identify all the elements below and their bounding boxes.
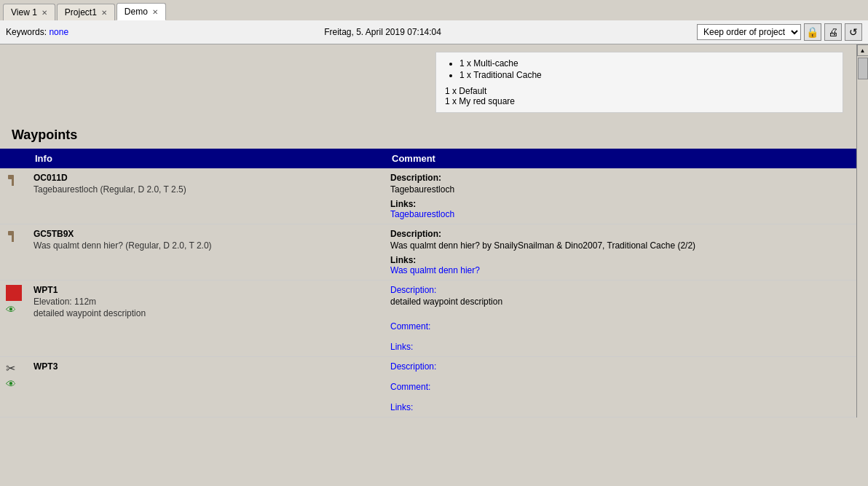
waypoints-heading: Waypoints [0,120,856,149]
tools-icon: ✂ [6,361,22,375]
summary-box: 1 x Multi-cache 1 x Traditional Cache 1 … [435,52,843,113]
row2-code: GC5TB9X [33,229,379,239]
svg-rect-3 [12,235,14,242]
tab-view1[interactable]: View 1 ✕ [3,4,55,20]
row1-links-label: Links: [390,199,851,209]
tab-demo-label: Demo [125,7,148,17]
shovel-icon [6,173,22,189]
row4-comment-cell: Description: Comment: Links: [384,357,856,418]
table-header-row: Info Comment [0,149,856,168]
row4-icon-cell: ✂ 👁 [0,357,28,418]
lock-button[interactable]: 🔒 [804,23,821,41]
row2-comment-text: Was qualmt denn hier? by SnailySnailman … [390,240,851,251]
toolbar-keywords: Keywords: none [6,27,68,37]
table-row: GC5TB9X Was qualmt denn hier? (Regular, … [0,224,856,281]
row1-comment-label: Description: [390,173,851,183]
tabs-bar: View 1 ✕ Project1 ✕ Demo ✕ [0,0,868,20]
row1-comment-cell: Description: Tagebaurestloch Links: Tage… [384,168,856,224]
waypoints-table: Info Comment O [0,149,856,418]
refresh-icon: ↺ [849,26,858,38]
row4-info-cell: WPT3 [28,357,384,418]
eye-icon: 👁 [6,304,22,315]
svg-rect-1 [12,179,14,186]
refresh-button[interactable]: ↺ [845,23,862,41]
row2-comment-label: Description: [390,229,851,239]
red-square-icon [6,285,22,301]
summary-list: 1 x Multi-cache 1 x Traditional Cache [445,58,834,80]
summary-item-0: 1 x Multi-cache [459,58,834,68]
print-button[interactable]: 🖨 [824,23,842,41]
keywords-label: Keywords: [6,27,47,37]
row1-comment-text: Tagebaurestloch [390,184,851,195]
tab-demo[interactable]: Demo ✕ [117,3,166,20]
row1-code: OC011D [33,173,379,183]
main-content: 1 x Multi-cache 1 x Traditional Cache 1 … [0,44,856,418]
summary-line-1: 1 x My red square [445,96,834,106]
scrollbar-up-arrow[interactable]: ▲ [857,44,869,56]
tab-project1-close[interactable]: ✕ [101,9,107,17]
toolbar-datetime: Freitag, 5. April 2019 07:14:04 [324,27,441,37]
eye2-icon: 👁 [6,378,22,390]
row3-comment-cell: Description: detailed waypoint descripti… [384,281,856,357]
row2-icon-cell [0,224,28,281]
row4-links-link[interactable]: Links: [390,402,413,412]
row3-icons: 👁 [6,285,22,315]
col-comment-header: Comment [384,149,856,168]
table-row: ✂ 👁 WPT3 Description: Comment: Links: [0,357,856,418]
scrollbar-thumb[interactable] [858,58,868,79]
row2-comment-cell: Description: Was qualmt denn hier? by Sn… [384,224,856,281]
row4-icons: ✂ 👁 [6,361,22,390]
order-dropdown[interactable]: Keep order of project Sort by name Sort … [697,24,801,40]
row4-code: WPT3 [33,361,379,372]
toolbar: Keywords: none Freitag, 5. April 2019 07… [0,20,868,44]
summary-item-1: 1 x Traditional Cache [459,70,834,80]
col-icon-header [0,149,28,168]
row2-links-label: Links: [390,255,851,265]
tab-project1[interactable]: Project1 ✕ [57,4,115,20]
tab-view1-close[interactable]: ✕ [42,9,47,17]
lock-icon: 🔒 [806,26,818,38]
row2-info-cell: GC5TB9X Was qualmt denn hier? (Regular, … [28,224,384,281]
row4-comment2-link[interactable]: Comment: [390,382,430,392]
tab-demo-close[interactable]: ✕ [152,8,158,16]
row1-icon-cell [0,168,28,224]
col-info-header: Info [28,149,384,168]
row3-info-cell: WPT1 Elevation: 112m detailed waypoint d… [28,281,384,357]
toolbar-right: Keep order of project Sort by name Sort … [697,23,862,41]
row2-link[interactable]: Was qualmt denn hier? [390,265,480,275]
shovel-icon [6,229,22,245]
row1-link[interactable]: Tagebaurestloch [390,209,454,219]
row3-desc2: detailed waypoint description [33,308,379,318]
print-icon: 🖨 [828,26,838,38]
row3-links-link[interactable]: Links: [390,342,413,352]
row3-comment-label-link[interactable]: Description: [390,285,436,295]
table-row: OC011D Tagebaurestloch (Regular, D 2.0, … [0,168,856,224]
row2-desc: Was qualmt denn hier? (Regular, D 2.0, T… [33,240,379,251]
row1-desc: Tagebaurestloch (Regular, D 2.0, T 2.5) [33,184,379,195]
main-scroll-area: 1 x Multi-cache 1 x Traditional Cache 1 … [0,44,868,418]
table-row: 👁 WPT1 Elevation: 112m detailed waypoint… [0,281,856,357]
row1-info-cell: OC011D Tagebaurestloch (Regular, D 2.0, … [28,168,384,224]
row3-icon-cell: 👁 [0,281,28,357]
row3-desc1: Elevation: 112m [33,297,379,307]
row4-comment-label-link[interactable]: Description: [390,361,436,372]
keywords-link[interactable]: none [49,27,68,37]
tab-project1-label: Project1 [65,7,97,17]
row3-comment-text: detailed waypoint description [390,297,851,307]
row3-comment2-link[interactable]: Comment: [390,321,430,332]
tab-view1-label: View 1 [11,7,37,17]
row3-code: WPT1 [33,285,379,295]
vertical-scrollbar[interactable]: ▲ [856,44,868,418]
summary-line-0: 1 x Default [445,86,834,96]
